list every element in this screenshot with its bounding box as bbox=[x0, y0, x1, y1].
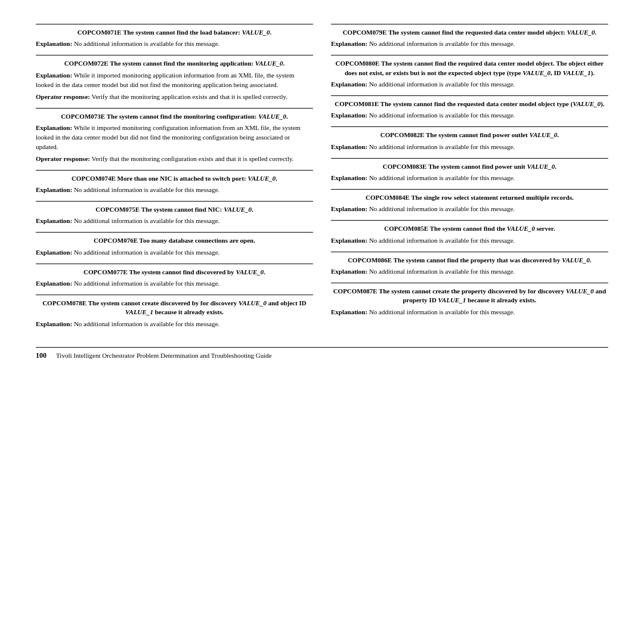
entry-explanation: Explanation: No additional information i… bbox=[331, 174, 608, 183]
entry-title: COPCOM074E More than one NIC is attached… bbox=[36, 174, 313, 183]
entry-title: COPCOM080E The system cannot find the re… bbox=[331, 59, 608, 78]
entry-title: COPCOM086E The system cannot find the pr… bbox=[331, 256, 608, 265]
entry-title: COPCOM073E The system cannot find the mo… bbox=[36, 112, 313, 121]
entry-copcom074e: COPCOM074E More than one NIC is attached… bbox=[36, 170, 313, 195]
entry-title: COPCOM081E The system cannot find the re… bbox=[331, 100, 608, 109]
entry-copcom081e: COPCOM081E The system cannot find the re… bbox=[331, 95, 608, 120]
left-column: COPCOM071E The system cannot find the lo… bbox=[36, 24, 313, 335]
entry-title: COPCOM072E The system cannot find the mo… bbox=[36, 59, 313, 68]
entry-copcom072e: COPCOM072E The system cannot find the mo… bbox=[36, 55, 313, 101]
footer-title: Tivoli Intelligent Orchestrator Problem … bbox=[56, 352, 272, 359]
entry-title: COPCOM087E The system cannot create the … bbox=[331, 287, 608, 305]
entry-copcom086e: COPCOM086E The system cannot find the pr… bbox=[331, 252, 608, 277]
entry-copcom073e: COPCOM073E The system cannot find the mo… bbox=[36, 108, 313, 164]
entry-explanation: Explanation: No additional information i… bbox=[36, 248, 313, 258]
entry-operator: Operator response: Verify that the monit… bbox=[36, 154, 313, 164]
entry-title: COPCOM085E The system cannot find the VA… bbox=[331, 224, 608, 233]
entry-title: COPCOM078E The system cannot create disc… bbox=[36, 299, 313, 317]
entry-copcom076e: COPCOM076E Too many database connections… bbox=[36, 232, 313, 257]
entry-copcom084e: COPCOM084E The single row select stateme… bbox=[331, 189, 608, 214]
entry-explanation: Explanation: No additional information i… bbox=[36, 216, 313, 226]
entry-copcom082e: COPCOM082E The system cannot find power … bbox=[331, 126, 608, 151]
entry-copcom083e: COPCOM083E The system cannot find power … bbox=[331, 158, 608, 183]
entry-copcom078e: COPCOM078E The system cannot create disc… bbox=[36, 295, 313, 329]
entry-explanation: Explanation: No additional information i… bbox=[331, 236, 608, 246]
entry-explanation: Explanation: No additional information i… bbox=[331, 111, 608, 120]
entry-title: COPCOM071E The system cannot find the lo… bbox=[36, 28, 313, 37]
entry-explanation: Explanation: No additional information i… bbox=[331, 143, 608, 152]
entry-title: COPCOM077E The system cannot find discov… bbox=[36, 268, 313, 277]
entry-explanation: Explanation: No additional information i… bbox=[331, 80, 608, 89]
entry-title: COPCOM075E The system cannot find NIC: V… bbox=[36, 205, 313, 214]
entry-explanation: Explanation: No additional information i… bbox=[331, 39, 608, 49]
entry-explanation: Explanation: No additional information i… bbox=[36, 185, 313, 195]
entry-title: COPCOM083E The system cannot find power … bbox=[331, 162, 608, 171]
entry-operator: Operator response: Verify that the monit… bbox=[36, 92, 313, 102]
entry-explanation: Explanation: No additional information i… bbox=[36, 39, 313, 49]
entry-copcom075e: COPCOM075E The system cannot find NIC: V… bbox=[36, 201, 313, 226]
entry-explanation: Explanation: No additional information i… bbox=[331, 308, 608, 317]
entry-copcom079e: COPCOM079E The system cannot find the re… bbox=[331, 24, 608, 49]
entry-title: COPCOM084E The single row select stateme… bbox=[331, 193, 608, 202]
entry-explanation: Explanation: No additional information i… bbox=[36, 320, 313, 329]
page-number: 100 bbox=[36, 351, 47, 360]
entry-explanation: Explanation: While it imported monitorin… bbox=[36, 123, 313, 152]
entry-copcom085e: COPCOM085E The system cannot find the VA… bbox=[331, 220, 608, 245]
footer: 100 Tivoli Intelligent Orchestrator Prob… bbox=[36, 347, 608, 360]
entry-copcom071e: COPCOM071E The system cannot find the lo… bbox=[36, 24, 313, 49]
entry-explanation: Explanation: No additional information i… bbox=[36, 279, 313, 289]
entry-copcom077e: COPCOM077E The system cannot find discov… bbox=[36, 264, 313, 289]
entry-copcom087e: COPCOM087E The system cannot create the … bbox=[331, 283, 608, 317]
right-column: COPCOM079E The system cannot find the re… bbox=[331, 24, 608, 335]
entry-explanation: Explanation: No additional information i… bbox=[331, 267, 608, 277]
entry-title: COPCOM079E The system cannot find the re… bbox=[331, 28, 608, 37]
entry-title: COPCOM076E Too many database connections… bbox=[36, 236, 313, 245]
entry-explanation: Explanation: While it imported monitorin… bbox=[36, 71, 313, 90]
entry-title: COPCOM082E The system cannot find power … bbox=[331, 131, 608, 140]
entry-copcom080e: COPCOM080E The system cannot find the re… bbox=[331, 55, 608, 89]
entry-explanation: Explanation: No additional information i… bbox=[331, 205, 608, 214]
